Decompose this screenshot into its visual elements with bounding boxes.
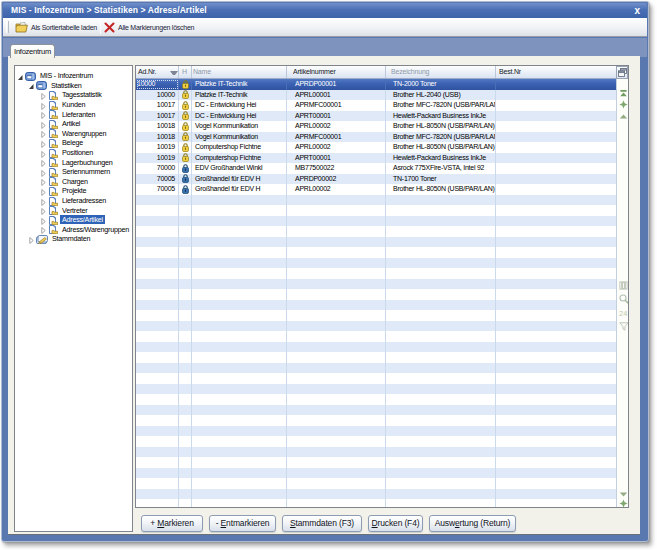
table-row[interactable]: 10018Vogel KommunikationAPRL00002Brother… (136, 121, 617, 132)
tree-collapsed-toggle[interactable] (29, 230, 34, 248)
table-row[interactable]: 70000EDV Großhandel WinklMB77500022Asroc… (136, 163, 617, 174)
tree-item-kunden[interactable]: Kunden (15, 100, 132, 110)
column-header-bezeichnung[interactable]: Bezeichnung (386, 66, 496, 78)
tree-item-positionen[interactable]: Positionen (15, 148, 132, 158)
cell-adnr (136, 447, 179, 458)
column-header-lock[interactable]: H (179, 66, 192, 78)
cell-adnr (136, 289, 179, 300)
table-row-empty (136, 205, 617, 216)
table-row-empty (136, 499, 617, 507)
page-title: MIS - Infozentrum > Statistiken > Adress… (11, 5, 207, 15)
grid-corner-button[interactable] (616, 66, 628, 79)
load-sort-table-button[interactable]: Als Sortiertabelle laden (15, 18, 97, 36)
cell-adnr (136, 405, 179, 416)
column-header-bestnr[interactable]: Best.Nr (496, 66, 617, 78)
cell-bestnr (496, 468, 617, 479)
unmark-button[interactable]: - Entmarkieren (209, 515, 276, 532)
cell-artikelnummer (287, 258, 386, 269)
filter-button[interactable] (619, 317, 628, 335)
table-row-empty (136, 237, 617, 248)
cell-bestnr (496, 352, 617, 363)
cell-artikelnummer: APRL00001 (287, 90, 386, 101)
cell-bestnr (496, 478, 617, 489)
table-row-empty (136, 247, 617, 258)
tree-item-lieferadressen[interactable]: Lieferadressen (15, 196, 132, 206)
lock-yellow-icon (182, 111, 189, 120)
tab-infozentrum[interactable]: Infozentrum (10, 44, 55, 58)
cell-artikelnummer (287, 363, 386, 374)
tree-expanded-toggle[interactable] (18, 67, 23, 85)
lock-yellow-icon (182, 80, 189, 89)
tree-item-warengruppen[interactable]: Warengruppen (15, 129, 132, 139)
tree-expanded-toggle[interactable] (29, 76, 34, 94)
scroll-last-button[interactable] (619, 503, 628, 508)
close-icon[interactable]: x (634, 4, 640, 17)
table-row-empty (136, 384, 617, 395)
table-row[interactable]: 10000Platzke IT-TechnikAPRDP00001TN-2000… (136, 79, 617, 90)
table-row-empty (136, 279, 617, 290)
cell-artikelnummer (287, 321, 386, 332)
table-row[interactable]: 70005Großhandel für EDV HAPRL00002Brothe… (136, 184, 617, 195)
master-data-button[interactable]: Stammdaten (F3) (282, 515, 362, 532)
tree-item-adress-artikel[interactable]: Adress/Artikel (15, 215, 132, 225)
mark-button[interactable]: + Markieren (141, 515, 203, 532)
cell-bezeichnung (386, 205, 496, 216)
cell-lock (179, 268, 192, 279)
table-row[interactable]: 10018Vogel KommunikationAPRMFC00001Broth… (136, 132, 617, 143)
cell-artikelnummer (287, 478, 386, 489)
cell-name (192, 363, 287, 374)
print-button[interactable]: Drucken (F4) (368, 515, 423, 532)
column-header-adnr[interactable]: Ad.Nr. (136, 66, 179, 78)
cell-lock (179, 457, 192, 468)
tree-item-label: Belege (60, 138, 85, 147)
scroll-up-button[interactable] (619, 106, 628, 124)
table-row[interactable]: 10017DC - Entwicklung HeiAPRMFC00001Brot… (136, 100, 617, 111)
tree-item-seriennummern[interactable]: Seriennummern (15, 167, 132, 177)
cell-lock (179, 132, 192, 143)
column-header-name[interactable]: Name (192, 66, 287, 78)
table-row-empty (136, 321, 617, 332)
cell-adnr: 10017 (136, 100, 179, 111)
cell-bestnr (496, 373, 617, 384)
column-header-label: Bezeichnung (386, 68, 429, 75)
tree-item-label: Projekte (60, 186, 88, 195)
table-row[interactable]: 10019Computershop FichtneAPRT00001Hewlet… (136, 153, 617, 164)
cell-artikelnummer (287, 289, 386, 300)
cell-name: Computershop Fichtne (192, 153, 287, 164)
table-row[interactable]: 10017DC - Entwicklung HeiAPRT00001Hewlet… (136, 111, 617, 122)
cell-artikelnummer: APRL00002 (287, 142, 386, 153)
cell-bestnr (496, 489, 617, 500)
cell-adnr (136, 205, 179, 216)
cell-name: Computershop Fichtne (192, 142, 287, 153)
tree-item-chargen[interactable]: Chargen (15, 177, 132, 187)
tree-item-lagerbuchungen[interactable]: Lagerbuchungen (15, 157, 132, 167)
tree-item-lieferanten[interactable]: Lieferanten (15, 109, 132, 119)
evaluate-button[interactable]: Auswertung (Return) (429, 515, 516, 532)
toolbar-grip[interactable] (6, 21, 9, 33)
cell-adnr: 10000 (136, 79, 179, 90)
tree-item-projekte[interactable]: Projekte (15, 186, 132, 196)
cell-lock (179, 300, 192, 311)
cell-artikelnummer (287, 426, 386, 437)
cell-adnr: 70005 (136, 174, 179, 185)
table-row-empty (136, 363, 617, 374)
table-row-empty (136, 352, 617, 363)
lock-yellow-icon (182, 153, 189, 162)
table-row[interactable]: 10000Platzke IT-TechnikAPRL00001Brother … (136, 90, 617, 101)
lock-yellow-icon (182, 143, 189, 152)
column-header-artikelnummer[interactable]: Artikelnummer (287, 66, 386, 78)
tree-item-vertreter[interactable]: Vertreter (15, 205, 132, 215)
tree-item-statistiken[interactable]: Statistiken (15, 81, 132, 91)
tree-item-belege[interactable]: Belege (15, 138, 132, 148)
lock-blue-icon (182, 185, 189, 194)
title-bar[interactable]: MIS - Infozentrum > Statistiken > Adress… (3, 3, 647, 18)
tree-item-stammdaten[interactable]: Stammdaten (15, 234, 132, 244)
table-row[interactable]: 70005Großhandel für EDV HAPRDP00002TN-17… (136, 174, 617, 185)
table-row[interactable]: 10019Computershop FichtneAPRL00002Brothe… (136, 142, 617, 153)
cell-name (192, 373, 287, 384)
cell-adnr (136, 237, 179, 248)
cell-bezeichnung: Brother HL-8050N (USB/PAR/LAN) (386, 121, 496, 132)
cell-bestnr (496, 90, 617, 101)
clear-marks-button[interactable]: Alle Markierungen löschen (104, 18, 194, 36)
tree-item-artikel[interactable]: Artikel (15, 119, 132, 129)
